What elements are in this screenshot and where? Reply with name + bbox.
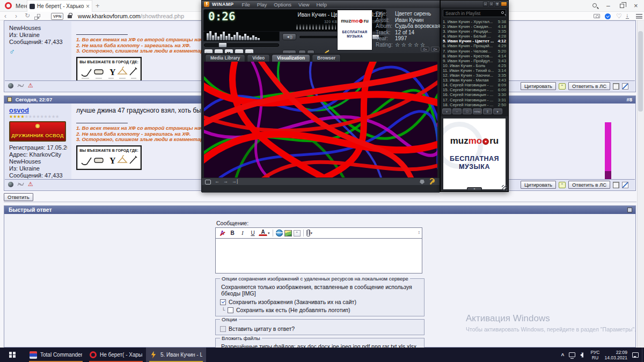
playlist-item[interactable]: 7. Иван Кучин - Челове... 5:20 <box>442 49 507 54</box>
pm-reply-button[interactable]: Ответить в ЛС <box>568 181 610 189</box>
playlist-action-button[interactable]: misc <box>473 108 482 114</box>
maximize-button[interactable]: ▫ <box>489 2 494 6</box>
save-images-checkbox[interactable] <box>220 299 226 305</box>
tab-close-icon[interactable]: × <box>86 3 90 10</box>
chevron-down-icon[interactable]: ▾ <box>268 231 270 235</box>
winamp-tab[interactable]: Browser <box>312 54 341 62</box>
start-button[interactable] <box>0 348 25 362</box>
snapshot-icon[interactable] <box>594 14 600 18</box>
resize-grip[interactable] <box>502 185 507 190</box>
seek-slider[interactable] <box>204 43 279 47</box>
new-tab-button[interactable]: + <box>96 2 100 10</box>
font-color-button[interactable]: A <box>259 229 267 236</box>
winamp-menu-item[interactable]: File <box>242 2 250 8</box>
edit-post-icon[interactable] <box>622 182 628 188</box>
playlist-title-bar[interactable]: – ▫ T <box>441 1 508 8</box>
send-message-icon[interactable] <box>17 83 24 88</box>
post-number[interactable]: #8 <box>626 96 632 104</box>
report-post-icon[interactable]: ⚠ <box>28 83 33 88</box>
winamp-menu-item[interactable]: Options <box>274 2 291 8</box>
playlist-item[interactable]: 18. Сергей Наговицын - ... 2:50 <box>442 102 507 107</box>
playlist-item[interactable]: 14. Сергей Наговицын - ... 8:09 <box>442 83 507 87</box>
insert-quote-checkbox[interactable] <box>220 326 226 332</box>
metadata-mini-button[interactable]: O= <box>431 47 440 51</box>
speed-dial-icon[interactable] <box>34 14 39 19</box>
remove-format-button[interactable]: A <box>218 229 226 238</box>
shade-button[interactable]: – <box>483 2 488 6</box>
playlist-item[interactable]: 4. Иван Кучин - Белый ... 4:28 <box>442 34 507 39</box>
playlist-item[interactable]: 2. Иван Кучин - Свидан... 4:18 <box>442 24 507 29</box>
report-post-icon[interactable]: ⚠ <box>28 181 33 187</box>
playlist-item[interactable]: 15. Сергей Наговицын - ... 6:00 <box>442 87 507 92</box>
quote-button[interactable]: Цитировать <box>521 181 556 189</box>
playlist-search-input[interactable] <box>443 9 506 17</box>
bookmark-heart-icon[interactable]: ♡ <box>616 12 622 20</box>
reload-icon[interactable]: ↻ <box>25 12 30 19</box>
message-textarea[interactable] <box>215 239 422 274</box>
plugin-icon[interactable] <box>420 180 425 184</box>
playlist-action-button[interactable]: + <box>442 108 451 114</box>
edit-post-icon[interactable] <box>622 83 628 90</box>
playlist-item[interactable]: 17. Сергей Наговицын - ... 3:31 <box>442 98 507 102</box>
playlist-item[interactable]: 16. Сергей Наговицын - ... 3:30 <box>442 92 507 97</box>
playlist-action-button[interactable]: − <box>452 108 462 114</box>
back-icon[interactable]: ‹ <box>4 12 6 20</box>
next-preset-icon[interactable]: → <box>223 179 228 184</box>
browser-tab[interactable]: Не берет( - Харьков × <box>27 0 92 12</box>
tray-chevron-icon[interactable]: ^ <box>561 353 565 359</box>
winamp-tab[interactable]: Video <box>247 54 270 62</box>
shield-check-icon[interactable] <box>605 13 611 19</box>
close-button[interactable] <box>501 2 507 6</box>
playlist-item[interactable]: 12. Иван Кучин - Заочни... 3:35 <box>442 73 507 78</box>
downloads-icon[interactable]: ↓ <box>626 12 629 19</box>
paperclip-attach-icon[interactable] <box>306 230 310 237</box>
playlist-item[interactable]: 1. Иван Кучин - Хрустал... 5:38 <box>442 19 507 24</box>
underline-button[interactable]: U <box>248 229 257 238</box>
playlist-action-button[interactable]: ≡ <box>483 108 492 114</box>
taskbar-app-button[interactable]: 5. Иван Кучин - Цв... <box>146 348 206 362</box>
insert-quote-icon[interactable] <box>294 230 301 237</box>
multiquote-icon[interactable] <box>559 182 566 188</box>
easy-setup-icon[interactable] <box>636 14 642 19</box>
pm-reply-button[interactable]: Ответить в ЛС <box>568 82 610 90</box>
mute-button[interactable]: ◄)) <box>282 33 296 40</box>
chevron-down-icon[interactable]: ▾ <box>311 231 313 235</box>
playlist-item[interactable]: 13. Иван Кучин - Милая 3:43 <box>442 78 507 83</box>
playlist-item[interactable]: 10. Иван Кучин - Боль 4:25 <box>442 63 507 68</box>
vpn-badge[interactable]: VPN <box>51 13 63 20</box>
skip-preset-icon[interactable]: →| <box>232 179 238 184</box>
quick-reply-icon[interactable] <box>613 83 619 90</box>
network-icon[interactable] <box>569 352 575 357</box>
taskbar-app-button[interactable]: Не берет( - Харько... <box>86 348 146 362</box>
playlist-action-button[interactable]: □ <box>463 108 472 114</box>
playlist-item[interactable]: 11. Иван Кучин - Тихий о... 3:14 <box>442 68 507 73</box>
winamp-menu-item[interactable]: Play <box>257 2 267 8</box>
url-text[interactable]: www.kharkovforum.com/showthread.php <box>78 13 184 19</box>
bold-button[interactable]: B <box>228 229 237 238</box>
browser-search-icon[interactable] <box>592 3 597 8</box>
quick-reply-icon[interactable] <box>613 182 619 188</box>
playlist-item[interactable]: 8. Иван Кучин - Крестов... 4:14 <box>442 54 507 58</box>
clock[interactable]: 22:09 14.03.2021 <box>604 350 627 360</box>
save-as-is-checkbox[interactable] <box>228 307 233 313</box>
metadata-mini-button[interactable]: O+ <box>421 47 429 51</box>
show-desktop-button[interactable] <box>642 348 644 362</box>
insert-image-icon[interactable] <box>284 230 292 237</box>
playlist-item[interactable]: 5. Иван Кучин - Цветет ... 4:12 <box>442 39 507 43</box>
send-message-icon[interactable] <box>17 181 24 187</box>
config-wrench-icon[interactable] <box>429 179 435 185</box>
volume-icon[interactable] <box>580 352 583 358</box>
forward-icon[interactable]: › <box>15 12 17 20</box>
collapse-panel-icon[interactable] <box>627 208 632 212</box>
windowed-mode-icon[interactable] <box>205 180 211 184</box>
reply-button[interactable]: Ответить <box>4 193 33 201</box>
editor-resize-icon[interactable]: ↕ <box>418 230 421 235</box>
winamp-tab[interactable]: Media Library <box>205 54 245 62</box>
playlist-item[interactable]: 3. Иван Кучин - Рециди... 3:35 <box>442 29 507 34</box>
italic-button[interactable]: I <box>238 229 247 238</box>
taskbar-app-button[interactable]: Total Commander (... <box>26 348 86 362</box>
winamp-menu-item[interactable]: Help <box>316 2 327 8</box>
winamp-menu-item[interactable]: View <box>298 2 309 8</box>
prev-preset-icon[interactable]: ← <box>215 179 219 184</box>
seek-slider-thumb[interactable] <box>218 42 227 48</box>
